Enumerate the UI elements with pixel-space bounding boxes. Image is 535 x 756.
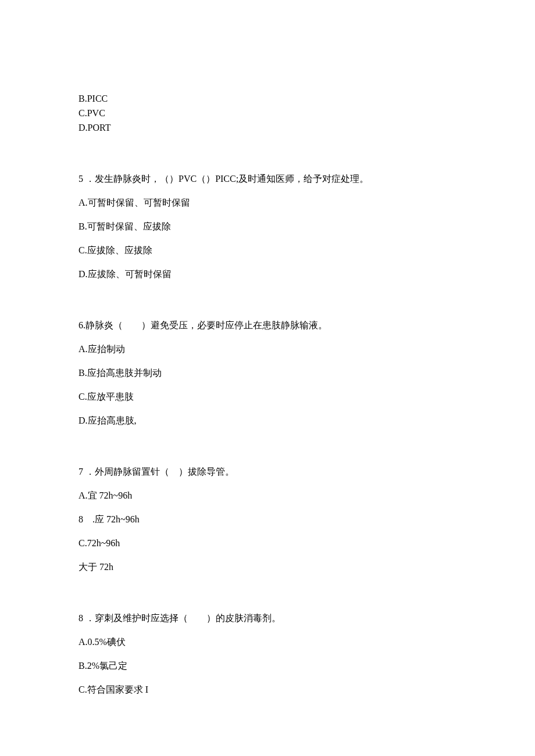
q5-option-b: B.可暂时保留、应拔除 [79, 221, 456, 233]
q5-stem: 5 ．发生静脉炎时，（）PVC（）PICC;及时通知医师，给予对症处理。 [79, 173, 456, 185]
q4-option-b: B.PICC [79, 93, 456, 105]
q4-option-c: C.PVC [79, 108, 456, 120]
q7-option-a: A.宜 72h~96h [79, 490, 456, 502]
q4-option-d: D.PORT [79, 122, 456, 134]
q5-option-c: C.应拔除、应拔除 [79, 245, 456, 257]
q7-stem: 7 ．外周静脉留置针（ ）拔除导管。 [79, 466, 456, 478]
q6-option-b: B.应抬高患肢并制动 [79, 367, 456, 379]
q6-option-a: A.应抬制动 [79, 343, 456, 356]
q8-stem: 8 ．穿刺及维护时应选择（ ）的皮肤消毒剂。 [79, 612, 456, 625]
q6-option-d: D.应抬高患肢, [79, 415, 456, 427]
q8-option-a: A.0.5%碘伏 [79, 636, 456, 648]
q7-option-c: C.72h~96h [79, 538, 456, 550]
q6-stem: 6.静脉炎（ ）避免受压，必要时应停止在患肢静脉输液。 [79, 320, 456, 332]
document-page: B.PICC C.PVC D.PORT 5 ．发生静脉炎时，（）PVC（）PIC… [0, 0, 535, 756]
q7-option-b: 8 .应 72h~96h [79, 514, 456, 526]
q5-option-a: A.可暂时保留、可暂时保留 [79, 197, 456, 209]
q6-option-c: C.应放平患肢 [79, 391, 456, 403]
q8-option-b: B.2%氯己定 [79, 660, 456, 672]
q5-option-d: D.应拔除、可暂时保留 [79, 268, 456, 281]
q7-option-d: 大于 72h [79, 561, 456, 574]
q8-option-c: C.符合国家要求 I [79, 684, 456, 696]
